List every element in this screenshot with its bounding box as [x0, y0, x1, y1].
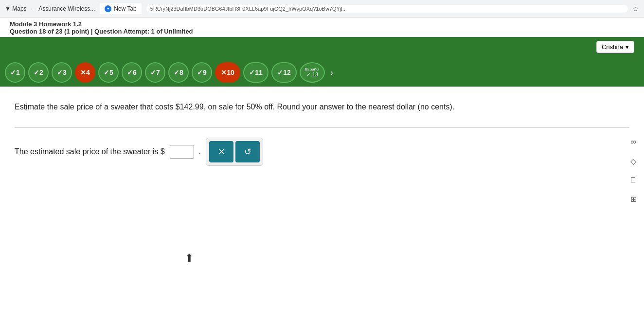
- tab-new[interactable]: ● New Tab: [100, 3, 141, 14]
- question-btn-7[interactable]: ✓ 7: [145, 62, 165, 83]
- new-tab-icon: ●: [105, 5, 111, 12]
- question-btn-2[interactable]: ✓ 2: [28, 62, 49, 83]
- question-btn-12[interactable]: ✓ 12: [271, 62, 297, 83]
- user-button[interactable]: Cristina ▾: [596, 41, 634, 53]
- module-title: Module 3 Homework 1.2: [10, 20, 634, 28]
- action-buttons: ✕ ↺: [206, 138, 263, 166]
- check-icon: ✓: [104, 69, 109, 76]
- diamond-icon[interactable]: ◇: [627, 155, 639, 167]
- info-bar: Module 3 Homework 1.2 Question 18 of 23 …: [0, 18, 644, 37]
- question-info: Question 18 of 23 (1 point) | Question A…: [10, 28, 634, 35]
- right-icons: ∞ ◇ 🗒 ⊞: [627, 136, 639, 205]
- x-icon: ✕: [80, 69, 86, 76]
- answer-prefix: The estimated sale price of the sweater …: [15, 147, 165, 156]
- url-bar[interactable]: 5RCryNj23DafIbMD3uDOBG64JfbH3F0XLL6ap9Fu…: [146, 5, 628, 13]
- check-icon: ✓: [150, 69, 156, 76]
- cursor-arrow: ⬆: [185, 252, 194, 265]
- question-btn-8[interactable]: ✓ 8: [168, 62, 189, 83]
- star-icon[interactable]: ☆: [633, 5, 639, 13]
- check-icon: ✓: [277, 69, 283, 76]
- check-icon: ✓: [57, 69, 63, 76]
- check-icon-13: ✓ 13: [306, 72, 318, 78]
- browser-bar: ▼ Maps — Assurance Wireless... ● New Tab…: [0, 0, 644, 18]
- tab-maps[interactable]: ▼ Maps: [5, 5, 27, 12]
- document-icon[interactable]: 🗒: [627, 174, 639, 186]
- clear-button[interactable]: ✕: [209, 141, 233, 162]
- check-icon: ✓: [34, 69, 39, 76]
- question-btn-6[interactable]: ✓ 6: [122, 62, 142, 83]
- new-tab-label: New Tab: [114, 5, 136, 12]
- check-icon: ✓: [174, 69, 179, 76]
- user-name: Cristina: [602, 43, 623, 51]
- check-icon: ✓: [127, 69, 133, 76]
- reset-icon: ↺: [244, 146, 251, 157]
- tab-assurance[interactable]: — Assurance Wireless...: [32, 5, 95, 12]
- question-btn-11[interactable]: ✓ 11: [243, 62, 268, 83]
- nav-bar: Cristina ▾ ✓ 1 ✓ 2 ✓ 3 ✕ 4 ✓ 5 ✓ 6 ✓ 7 ✓…: [0, 37, 644, 87]
- x-icon: ✕: [221, 69, 227, 76]
- answer-suffix: .: [199, 147, 201, 156]
- question-btn-5[interactable]: ✓ 5: [98, 62, 119, 83]
- question-btn-9[interactable]: ✓ 9: [192, 62, 212, 83]
- main-content: Estimate the sale price of a sweater tha…: [0, 87, 644, 176]
- question-btn-1[interactable]: ✓ 1: [5, 62, 25, 83]
- question-numbers: ✓ 1 ✓ 2 ✓ 3 ✕ 4 ✓ 5 ✓ 6 ✓ 7 ✓ 8 ✓ 9 ✕ 10…: [0, 58, 340, 83]
- answer-row: The estimated sale price of the sweater …: [15, 138, 629, 166]
- question-btn-13[interactable]: Español ✓ 13: [300, 62, 325, 83]
- check-icon: ✓: [249, 69, 255, 76]
- grid-icon[interactable]: ⊞: [627, 193, 639, 205]
- infinity-icon[interactable]: ∞: [627, 136, 639, 148]
- check-icon: ✓: [10, 69, 16, 76]
- question-btn-3[interactable]: ✓ 3: [52, 62, 72, 83]
- nav-next-arrow[interactable]: ›: [328, 68, 336, 78]
- answer-input[interactable]: [170, 145, 194, 159]
- question-text: Estimate the sale price of a sweater tha…: [15, 101, 629, 113]
- chevron-down-icon: ▾: [626, 43, 629, 51]
- reset-button[interactable]: ↺: [235, 141, 260, 162]
- question-btn-10[interactable]: ✕ 10: [215, 62, 240, 83]
- divider: [15, 127, 629, 128]
- x-icon: ✕: [218, 146, 225, 157]
- question-btn-4[interactable]: ✕ 4: [75, 62, 95, 83]
- espanol-label: Español: [305, 67, 320, 72]
- check-icon: ✓: [197, 69, 203, 76]
